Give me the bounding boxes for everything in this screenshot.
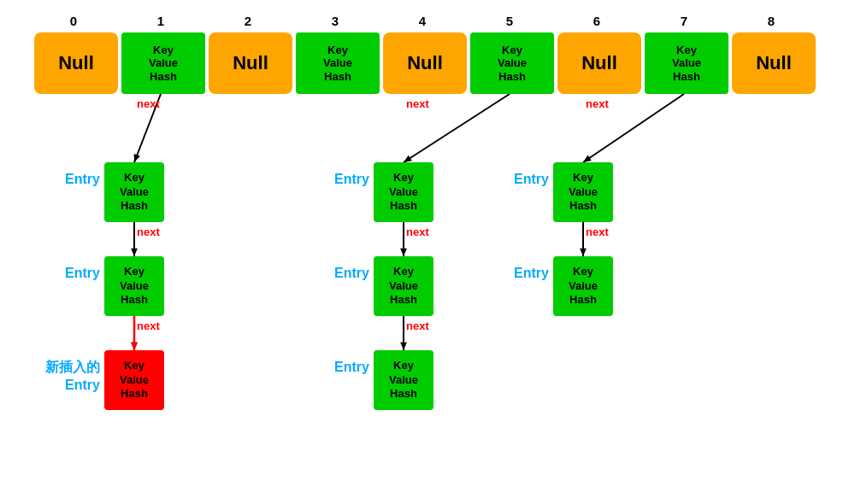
entry-label-col1-2: 新插入的 Entry [45, 359, 100, 395]
index-label-6: 6 [584, 14, 610, 28]
node-col1-0: KeyValueHash [104, 162, 164, 222]
entry-label-col5-2: Entry [334, 359, 369, 377]
entry-label-col1-0: Entry [65, 171, 100, 189]
array-cell-7: KeyValueHash [645, 32, 728, 94]
node-col7-1: KeyValueHash [553, 256, 613, 316]
node-col5-2: KeyValueHash [374, 350, 433, 410]
array-cell-5: KeyValueHash [470, 32, 554, 94]
node-col5-0: KeyValueHash [374, 162, 433, 222]
array-cell-1: KeyValueHash [121, 32, 205, 94]
node-col1-2: KeyValueHash [104, 350, 164, 410]
array-cell-3: KeyValueHash [296, 32, 380, 94]
index-label-4: 4 [410, 14, 435, 28]
node-col1-1: KeyValueHash [104, 256, 164, 316]
array-cell-4: Null [383, 32, 467, 94]
index-label-2: 2 [235, 14, 261, 28]
array-cell-2: Null [209, 32, 292, 94]
index-label-7: 7 [671, 14, 697, 28]
entry-label-col5-0: Entry [334, 171, 369, 189]
index-label-8: 8 [758, 14, 784, 28]
array-cell-6: Null [557, 32, 641, 94]
index-label-0: 0 [61, 14, 86, 28]
entry-label-col5-1: Entry [334, 265, 369, 283]
index-label-3: 3 [322, 14, 348, 28]
entry-label-col1-1: Entry [65, 265, 100, 283]
array-cell-0: Null [34, 32, 118, 94]
entry-label-col7-0: Entry [514, 171, 549, 189]
array-cell-8: Null [732, 32, 816, 94]
node-col5-1: KeyValueHash [374, 256, 433, 316]
diagram: 012345678NullKeyValueHashNullKeyValueHas… [0, 0, 855, 504]
entry-label-col7-1: Entry [514, 265, 549, 283]
index-label-1: 1 [148, 14, 174, 28]
index-label-5: 5 [497, 14, 522, 28]
node-col7-0: KeyValueHash [553, 162, 613, 222]
